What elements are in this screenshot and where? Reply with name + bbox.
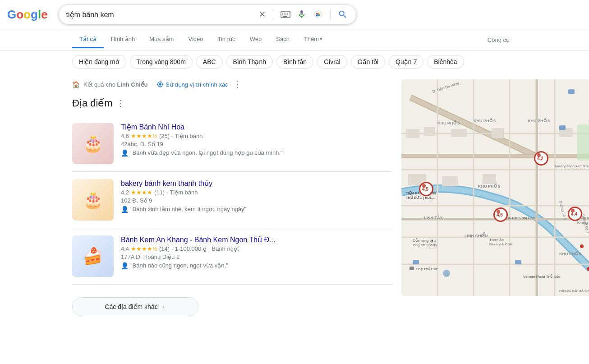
tab-images[interactable]: Hình ảnh — [104, 31, 143, 48]
search-divider2 — [330, 9, 331, 20]
use-location-button[interactable]: Sử dụng vị trí chính xác — [156, 81, 228, 88]
chip-quan7[interactable]: Quận 7 — [389, 55, 423, 69]
location-info: 🏠 Kết quả cho Linh Chiều · Sử dụng vị tr… — [72, 73, 392, 93]
svg-point-87 — [422, 184, 426, 188]
svg-point-91 — [497, 210, 500, 213]
chip-abc[interactable]: ABC — [196, 55, 223, 69]
keyboard-icon — [281, 11, 290, 18]
svg-point-95 — [571, 209, 575, 212]
more-label: Thêm — [304, 36, 319, 42]
place-name-3[interactable]: Bánh Kem An Khang - Bánh Kem Ngon Thủ Đ.… — [121, 235, 392, 244]
svg-rect-32 — [577, 124, 589, 161]
svg-rect-51 — [492, 128, 504, 138]
search-button[interactable] — [337, 9, 349, 20]
svg-rect-55 — [483, 174, 496, 184]
svg-point-13 — [316, 13, 318, 14]
location-icon — [156, 81, 164, 88]
chip-800m[interactable]: Trong vòng 800m — [130, 55, 193, 69]
tab-more[interactable]: Thêm ▾ — [297, 31, 330, 48]
svg-rect-3 — [285, 13, 286, 14]
dot-sep-3: · — [171, 245, 173, 252]
section-menu-icon[interactable]: ⋮ — [116, 98, 124, 108]
tab-web[interactable]: Web — [243, 31, 269, 48]
header: Google ✕ — [0, 0, 589, 29]
svg-text:bakery bánh kem thanh thủy: bakery bánh kem thanh thủy — [555, 164, 589, 168]
svg-rect-49 — [424, 127, 435, 136]
tab-news[interactable]: Tin tức — [210, 31, 242, 48]
svg-text:4,6: 4,6 — [497, 212, 503, 217]
svg-point-10 — [300, 11, 303, 13]
logo-l: l — [38, 8, 41, 22]
svg-text:4,5: 4,5 — [422, 187, 428, 192]
map-svg: Đ. Số 12 D. Trần Thị Vững Đ. Số 12 Đ. Số… — [401, 79, 589, 296]
tab-shopping[interactable]: Mua sắm — [142, 31, 181, 48]
place-rating-3: 4,4 ★★★★½ (14) · 1-100.000 ₫ · Bánh ngọt — [121, 245, 392, 252]
more-places-section: Các địa điểm khác → — [72, 285, 392, 332]
section-title: Địa điểm ⋮ — [72, 93, 392, 115]
place-type-1: Tiệm bánh — [175, 133, 203, 139]
place-address-2: 102 Đ. Số 9 — [121, 197, 392, 204]
svg-text:Khang - Bánh...: Khang - Bánh... — [577, 221, 589, 225]
place-image-1: 🎂 — [72, 123, 114, 164]
clear-button[interactable]: ✕ — [258, 9, 267, 20]
stars-2: ★★★★ — [131, 189, 152, 196]
lens-icon — [313, 9, 323, 19]
tab-tools[interactable]: Công cụ — [480, 32, 517, 49]
use-location-text: Sử dụng vị trí chính xác — [166, 81, 228, 88]
tab-books[interactable]: Sách — [269, 31, 297, 48]
review-count-2: (11) — [154, 189, 165, 196]
svg-rect-7 — [285, 14, 286, 15]
chip-near-me[interactable]: Gần tôi — [351, 55, 385, 69]
svg-rect-1 — [282, 13, 283, 14]
main-content: 🏠 Kết quả cho Linh Chiều · Sử dụng vị tr… — [0, 73, 589, 332]
place-card-1: 🎂 Tiệm Bánh Nhí Hoa 4,6 ★★★★½ (25) · Tiệ… — [72, 115, 392, 172]
dot-sep-3b: · — [208, 245, 210, 252]
chip-binh-tan[interactable]: Bình tân — [276, 55, 313, 69]
svg-rect-4 — [287, 13, 288, 14]
chip-open[interactable]: Hiện đang mở — [72, 55, 126, 69]
svg-point-16 — [316, 15, 318, 17]
dot-sep-1: · — [171, 133, 173, 139]
place-rating-1: 4,6 ★★★★½ (25) · Tiệm bánh — [121, 133, 392, 139]
map-container[interactable]: Đ. Số 12 D. Trần Thị Vững Đ. Số 12 Đ. Số… — [401, 79, 589, 296]
place-image-2: 🎂 — [72, 179, 114, 221]
chip-bienhoa[interactable]: Biênhòa — [427, 55, 464, 69]
keyboard-button[interactable] — [280, 10, 291, 19]
svg-rect-2 — [284, 13, 285, 14]
location-name: Linh Chiều — [117, 81, 148, 88]
place-name-1[interactable]: Tiệm Bánh Nhí Hoa — [121, 123, 392, 131]
place-name-2[interactable]: bakery bánh kem thanh thủy — [121, 179, 392, 188]
more-places-button[interactable]: Các địa điểm khác → — [72, 297, 198, 316]
search-input[interactable] — [66, 10, 254, 18]
search-divider — [273, 9, 273, 20]
review-icon-1: 👤 — [121, 149, 129, 157]
svg-text:Dữ liệu bản đồ ©2024 Google: Dữ liệu bản đồ ©2024 Google — [559, 289, 589, 293]
svg-rect-58 — [559, 125, 566, 130]
rating-num-3: 4,4 — [121, 245, 129, 252]
svg-rect-54 — [442, 176, 458, 186]
review-text-1: "Bánh vừa đẹp vừa ngon, lại ngọt đúng hợ… — [130, 149, 283, 156]
svg-point-15 — [318, 14, 320, 16]
lens-button[interactable] — [312, 9, 324, 20]
review-icon-3: 👤 — [121, 262, 129, 269]
place-info-1: Tiệm Bánh Nhí Hoa 4,6 ★★★★½ (25) · Tiệm … — [121, 123, 392, 157]
price-range-3: 1-100.000 ₫ — [175, 245, 207, 252]
svg-rect-5 — [282, 14, 283, 15]
place-address-1: 42abc, Đ. Số 19 — [121, 141, 392, 147]
svg-rect-57 — [568, 89, 575, 94]
place-image-3: 🍰 — [72, 235, 114, 277]
svg-text:Tiệm Bánh Nhí Hoa: Tiệm Bánh Nhí Hoa — [503, 216, 535, 220]
more-options-button[interactable]: ⋮ — [234, 79, 242, 89]
svg-rect-8 — [287, 14, 288, 15]
chip-binh-thanh[interactable]: Bình Thạnh — [226, 55, 273, 69]
tab-video[interactable]: Video — [181, 31, 210, 48]
tab-all[interactable]: Tất cả — [72, 31, 104, 48]
svg-rect-9 — [283, 16, 287, 17]
place-card-2: 🎂 bakery bánh kem thanh thủy 4,2 ★★★★ (1… — [72, 172, 392, 228]
chip-givral[interactable]: Givral — [317, 55, 347, 69]
voice-search-button[interactable] — [296, 9, 308, 20]
place-address-3: 177A Đ. Hoàng Diệu 2 — [121, 253, 392, 260]
logo-g: G — [7, 8, 16, 22]
svg-text:Vincom Plaza Thủ Đức: Vincom Plaza Thủ Đức — [523, 274, 560, 279]
review-text-3: "Bánh nào cũng ngon, ngọt vừa vặn." — [130, 262, 228, 269]
